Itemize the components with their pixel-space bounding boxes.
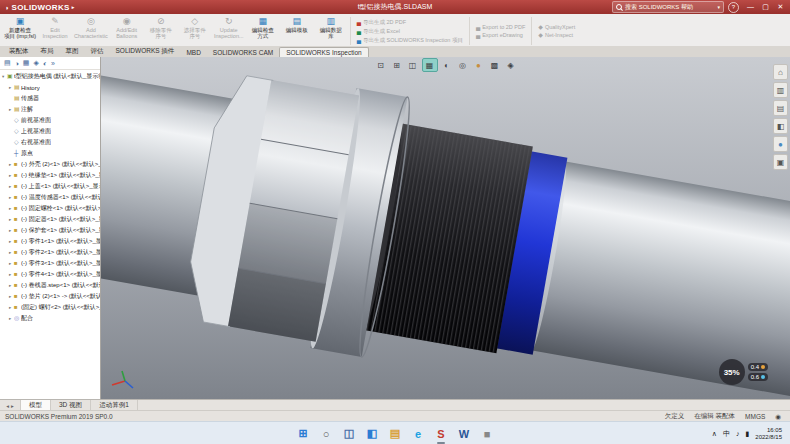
file-explorer-icon[interactable]: ▤ xyxy=(387,426,403,442)
resources-pane-icon[interactable]: ⌂ xyxy=(773,64,788,80)
section-view-icon[interactable]: ◫ xyxy=(406,59,420,71)
view-palette-icon[interactable]: ◧ xyxy=(773,118,788,134)
apply-scene-icon[interactable]: ▩ xyxy=(488,59,502,71)
tree-item[interactable]: ▸ ▤ 注解 xyxy=(0,104,100,115)
tree-item[interactable]: ▸ ■ (固定) 螺钉<2> (默认<<默认>_显示 xyxy=(0,302,100,313)
export-2d-pdf-cn-button[interactable]: ▄ 导出生成 2D PDF xyxy=(357,19,463,26)
edit-database-button[interactable]: ▥ 编辑数据 库 xyxy=(314,15,348,47)
search-icon[interactable]: ○ xyxy=(318,426,334,442)
add-characteristic-button[interactable]: ◎ Add Characteristic xyxy=(72,15,110,47)
tree-item[interactable]: ▸ ■ (-) 零件3<1> (默认<<默认>_显示状 xyxy=(0,258,100,269)
tree-item[interactable]: ▸ ■ (-) 绝缘垫<1> (默认<<默认>_显示状 xyxy=(0,170,100,181)
task-pane-glyph: ▣ xyxy=(777,158,785,167)
configurationmanager-tab[interactable]: ▦ xyxy=(23,59,30,67)
hidden-icons-chevron[interactable]: ∧ xyxy=(712,430,717,438)
tree-item[interactable]: ▸ ■ (-) 卷线器.step<1> (默认<<默认>_显 xyxy=(0,280,100,291)
qualityxpert-button[interactable]: ◆ QualityXpert xyxy=(538,24,575,30)
widgets-icon[interactable]: ◧ xyxy=(364,426,380,442)
tab-assembly[interactable]: 装配体 xyxy=(3,46,35,57)
tree-item[interactable]: ▸ ■ (-) 垫片 (2)<1> -> (默认<<默认>_显 xyxy=(0,291,100,302)
minimize-button[interactable]: — xyxy=(743,0,758,14)
tree-item[interactable]: ◇ 右视基准面 xyxy=(0,137,100,148)
tab-inspection[interactable]: SOLIDWORKS Inspection xyxy=(279,47,369,57)
start-button[interactable]: ⊞ xyxy=(295,426,311,442)
edit-inspection-button[interactable]: ✎ Edit Inspection xyxy=(38,15,72,47)
tree-item[interactable]: ▸ ■ (-) 固定器<1> (默认<<默认>_显示状 xyxy=(0,214,100,225)
update-inspection-button[interactable]: ↻ Update Inspection... xyxy=(212,15,246,47)
tree-item[interactable]: ▾ ▣ t型铝接热电偶 (默认<默认_显示状态-1>) xyxy=(0,71,100,82)
export-excel-cn-button[interactable]: ▄ 导出生成 Excel xyxy=(357,28,463,35)
word-icon[interactable]: W xyxy=(456,426,472,442)
file-explorer-pane-icon[interactable]: ▤ xyxy=(773,100,788,116)
user-icon[interactable]: ◉ xyxy=(775,413,781,421)
next-tab-arrow[interactable]: ▸ xyxy=(11,403,14,409)
solidworks-taskbar-icon[interactable]: S xyxy=(433,426,449,442)
select-balloons-button[interactable]: ◇ 选择零件 序号 xyxy=(178,15,212,47)
zoom-fit-icon[interactable]: ⊡ xyxy=(374,59,388,71)
design-library-icon[interactable]: ▥ xyxy=(773,82,788,98)
export-edrawing-button[interactable]: ▄ Export eDrawing xyxy=(476,32,525,38)
export-inspection-project-button[interactable]: ▄ 导出生成 SOLIDWORKS Inspection 项目 xyxy=(357,37,463,44)
tab-mbd[interactable]: MBD xyxy=(180,48,206,57)
hide-show-items-icon[interactable]: ◎ xyxy=(456,59,470,71)
displaymanager-tab[interactable]: ◐ xyxy=(43,60,47,67)
net-inspect-button[interactable]: ◆ Net-Inspect xyxy=(538,32,575,38)
edit-appearance-icon[interactable]: ● xyxy=(472,59,486,71)
tabs-overflow-icon[interactable]: » xyxy=(51,60,55,67)
view-orientation-icon[interactable]: ▦ xyxy=(422,58,438,72)
display-style-icon[interactable]: ◐ xyxy=(440,59,454,71)
help-button[interactable]: ? xyxy=(728,2,739,13)
dimxpert-tab[interactable]: ◈ xyxy=(33,59,38,67)
ime-indicator[interactable]: 中 xyxy=(723,429,730,439)
edge-icon[interactable]: e xyxy=(410,426,426,442)
search-caret-icon[interactable]: ▾ xyxy=(717,4,720,10)
tab-sketch[interactable]: 草图 xyxy=(60,46,85,57)
tab-evaluate[interactable]: 评估 xyxy=(85,46,110,57)
help-search-input[interactable]: 搜索 SOLIDWORKS 帮助 ▾ xyxy=(612,1,724,13)
menu-caret-icon[interactable]: ▸ xyxy=(72,4,75,10)
zoom-area-icon[interactable]: ⊞ xyxy=(390,59,404,71)
edit-inspection-method-button[interactable]: ▦ 编辑检查 方式 xyxy=(246,15,280,47)
volume-icon[interactable]: ♪ xyxy=(736,430,740,437)
custom-properties-icon[interactable]: ▣ xyxy=(773,154,788,170)
tree-item[interactable]: ┼ 原点 xyxy=(0,148,100,159)
tree-item[interactable]: ▸ ■ (-) 温度传感器<1> (默认<<默认>_显 xyxy=(0,192,100,203)
tree-item[interactable]: ▸ ■ (-) 外壳 (2)<1> (默认<<默认>_显示状 xyxy=(0,159,100,170)
tree-item[interactable]: ▸ ■ (-) 保护套<1> (默认<<默认>_显示状 xyxy=(0,225,100,236)
tree-item[interactable]: ▤ 传感器 xyxy=(0,93,100,104)
tree-item[interactable]: ▸ ■ (-) 固定螺栓<1> (默认<<默认>_显示 xyxy=(0,203,100,214)
tree-item[interactable]: ▸ ▤ History xyxy=(0,82,100,93)
model-canvas[interactable] xyxy=(101,57,790,399)
tree-item[interactable]: ▸ ■ (-) 零件2<1> (默认<<默认>_显示状 xyxy=(0,247,100,258)
tab-cam[interactable]: SOLIDWORKS CAM xyxy=(207,48,279,57)
tab-addins[interactable]: SOLIDWORKS 插件 xyxy=(110,46,181,57)
close-button[interactable]: ✕ xyxy=(773,0,788,14)
view-settings-icon[interactable]: ◈ xyxy=(504,59,518,71)
overlay-value-1: 0.4 xyxy=(751,363,759,371)
export-to-2d-pdf-button[interactable]: ▄ Export to 2D PDF xyxy=(476,24,525,30)
tree-item[interactable]: ◇ 前视基准面 xyxy=(0,115,100,126)
tree-item[interactable]: ◇ 上视基准面 xyxy=(0,126,100,137)
new-inspection-project-button[interactable]: ▣ 新建检查 项目 (imp;fsl) xyxy=(2,15,38,47)
tree-item[interactable]: ▸ ■ (-) 上盖<1> (默认<<默认>_显示状 xyxy=(0,181,100,192)
tab-layout[interactable]: 布局 xyxy=(35,46,60,57)
tree-item[interactable]: ▸ ■ (-) 零件1<1> (默认<<默认>_显示状 xyxy=(0,236,100,247)
add-edit-balloons-button[interactable]: ◉ Add/Edit Balloons xyxy=(110,15,144,47)
maximize-button[interactable]: ▢ xyxy=(758,0,773,14)
edit-template-button[interactable]: ▤ 编辑模板 xyxy=(280,15,314,47)
taskbar-clock[interactable]: 16:05 2022/8/15 xyxy=(755,427,782,441)
units-selector[interactable]: MMGS xyxy=(745,413,765,420)
pinned-app-icon[interactable]: ■ xyxy=(479,426,495,442)
tree-item[interactable]: ▸ ◎ 配合 xyxy=(0,313,100,324)
propertymanager-tab[interactable]: ◑ xyxy=(15,60,19,67)
featuremanager-tab[interactable]: ▤ xyxy=(4,59,11,67)
tree-item[interactable]: ▸ ■ (-) 零件4<1> (默认<<默认>_显示状 xyxy=(0,269,100,280)
battery-icon[interactable]: ▮ xyxy=(745,430,749,438)
appearances-scenes-icon[interactable]: ● xyxy=(773,136,788,152)
remove-balloons-button[interactable]: ⊘ 移除零件 序号 xyxy=(144,15,178,47)
prev-tab-arrow[interactable]: ◂ xyxy=(6,403,9,409)
graphics-area[interactable]: ⊡ ⊞ ◫ ▦ ◐ ◎ ● ▩ xyxy=(101,57,790,399)
ribbon-button-label-2: 方式 xyxy=(257,33,268,39)
solidworks-logo[interactable]: ◗ SOLIDWORKS ▸ xyxy=(0,3,79,12)
task-view-icon[interactable]: ◫ xyxy=(341,426,357,442)
